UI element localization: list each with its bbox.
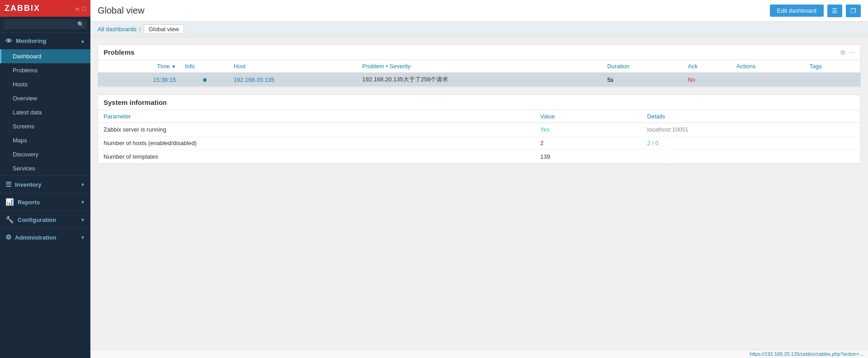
col-actions: Actions [732,60,805,73]
sidebar-item-discovery[interactable]: Discovery [0,147,90,161]
problems-table: Time ▼ Info Host Problem • Severity [98,60,860,87]
status-bar: https://192.168.20.135/zabbix/zabbix.php… [90,349,868,358]
problem-duration: 5s [603,73,683,87]
sidebar-section-reports[interactable]: 📊 Reports ▼ [0,193,90,211]
col-tags: Tags [805,60,860,73]
col-ack: Ack [683,60,731,73]
sysinfo-table: Parameter Value Details Zabbix server is… [98,110,860,164]
search-bar: 🔍 [0,17,90,32]
nav-section-administration: ⚙ Administration ▼ [0,228,90,246]
sidebar-item-screens-label: Screens [13,123,34,130]
inventory-arrow-icon: ▼ [80,182,85,187]
problem-description: 192.168.20.135大于了256个请求 [358,73,603,87]
problem-ack: No [683,73,731,87]
page-title: Global view [98,5,144,16]
content-area: Problems ⚙ ⋯ Time ▼ Info [90,37,868,349]
problem-tags [805,73,860,87]
sysinfo-widget-title: System information [104,99,167,106]
search-input[interactable] [4,19,87,29]
problem-host: 192.168.20.135 [229,73,358,87]
sidebar-section-administration-label: Administration [15,234,57,241]
sidebar-item-latest-data-label: Latest data [13,109,42,116]
problem-time: 15:38:15 [98,73,180,87]
collapse-sidebar-icon[interactable]: ‹‹ [75,5,79,12]
search-icon: 🔍 [77,21,84,28]
nav-section-monitoring: 👁 Monitoring ▲ Dashboard Problems Hosts … [0,32,90,175]
sysinfo-parameter: Number of templates [98,150,535,164]
sidebar-section-inventory[interactable]: ☰ Inventory ▼ [0,176,90,193]
col-host: Host [229,60,358,73]
nav-section-inventory: ☰ Inventory ▼ [0,175,90,193]
sysinfo-details: 2 / 0 [642,137,860,150]
sidebar-item-overview[interactable]: Overview [0,91,90,105]
problems-widget: Problems ⚙ ⋯ Time ▼ Info [98,44,861,87]
table-row: 15:38:15 192.168.20.135 192.168.20.135大于… [98,73,860,87]
problems-widget-header: Problems ⚙ ⋯ [98,45,860,60]
widget-settings-icon[interactable]: ⚙ [840,49,846,56]
widget-more-icon[interactable]: ⋯ [849,49,855,56]
sysinfo-table-body: Zabbix server is running Yes localhost:1… [98,123,860,164]
status-bar-text: https://192.168.20.135/zabbix/zabbix.php… [750,351,863,357]
sysinfo-widget: System information Parameter Value Detai… [98,94,861,164]
configuration-arrow-icon: ▼ [80,217,85,222]
problems-widget-title: Problems [104,48,134,56]
logo-bar: ZABBIX ‹‹ □ [0,0,90,17]
sidebar-item-services[interactable]: Services [0,161,90,175]
sysinfo-value: 2 [535,137,642,150]
administration-arrow-icon: ▼ [80,235,85,240]
list-item: Number of hosts (enabled/disabled) 2 2 /… [98,137,860,150]
sysinfo-col-parameter: Parameter [98,110,535,123]
sidebar-item-maps[interactable]: Maps [0,133,90,147]
sysinfo-col-value: Value [535,110,642,123]
sidebar-item-dashboard-label: Dashboard [13,53,42,60]
breadcrumb: All dashboards / Global view [90,22,868,37]
dashboard-menu-button[interactable]: ☰ [827,5,842,17]
sort-arrow-icon[interactable]: ▼ [171,64,176,69]
sidebar-section-reports-label: Reports [18,199,40,206]
sidebar-item-problems-label: Problems [13,67,38,74]
sysinfo-parameter: Zabbix server is running [98,123,535,137]
sidebar-section-administration[interactable]: ⚙ Administration ▼ [0,229,90,246]
problem-actions [732,73,805,87]
col-duration: Duration [603,60,683,73]
fullscreen-button[interactable]: ❐ [846,5,861,17]
breadcrumb-separator: / [139,26,141,33]
sysinfo-widget-header: System information [98,95,860,110]
nav-section-reports: 📊 Reports ▼ [0,193,90,211]
sidebar-item-problems[interactable]: Problems [0,63,90,77]
col-time: Time ▼ [98,60,180,73]
sidebar-item-latest-data[interactable]: Latest data [0,105,90,119]
sidebar-item-discovery-label: Discovery [13,151,38,158]
edit-dashboard-button[interactable]: Edit dashboard [770,5,824,17]
sidebar-item-services-label: Services [13,165,35,172]
col-info: Info [180,60,229,73]
sidebar-section-monitoring-label: Monitoring [16,38,46,44]
sidebar-item-hosts[interactable]: Hosts [0,77,90,91]
reports-icon: 📊 [5,198,14,206]
problem-info [180,73,229,87]
sidebar-section-configuration[interactable]: 🔧 Configuration ▼ [0,211,90,228]
sidebar-item-screens[interactable]: Screens [0,119,90,133]
kiosk-mode-icon[interactable]: □ [82,5,86,12]
topbar: Global view Edit dashboard ☰ ❐ [90,0,868,22]
topbar-actions: Edit dashboard ☰ ❐ [770,5,861,17]
sidebar-item-overview-label: Overview [13,95,37,102]
problems-widget-controls: ⚙ ⋯ [840,49,855,56]
sidebar-section-inventory-label: Inventory [15,181,42,188]
sidebar-item-dashboard[interactable]: Dashboard [0,49,90,63]
sysinfo-value: 139 [535,150,642,164]
breadcrumb-current: Global view [144,24,184,34]
logo-text: ZABBIX [5,4,40,13]
logo-controls: ‹‹ □ [75,5,86,12]
sidebar-section-monitoring[interactable]: 👁 Monitoring ▲ [0,33,90,49]
inventory-icon: ☰ [5,180,11,188]
sidebar-item-hosts-label: Hosts [13,81,28,88]
problems-table-body: 15:38:15 192.168.20.135 192.168.20.135大于… [98,73,860,87]
sysinfo-details: localhost:10051 [642,123,860,137]
reports-arrow-icon: ▼ [80,200,85,205]
main-area: Global view Edit dashboard ☰ ❐ All dashb… [90,0,868,358]
sysinfo-parameter: Number of hosts (enabled/disabled) [98,137,535,150]
monitoring-icon: 👁 [5,37,12,45]
col-problem-severity: Problem • Severity [358,60,603,73]
breadcrumb-all-dashboards[interactable]: All dashboards [98,26,137,33]
